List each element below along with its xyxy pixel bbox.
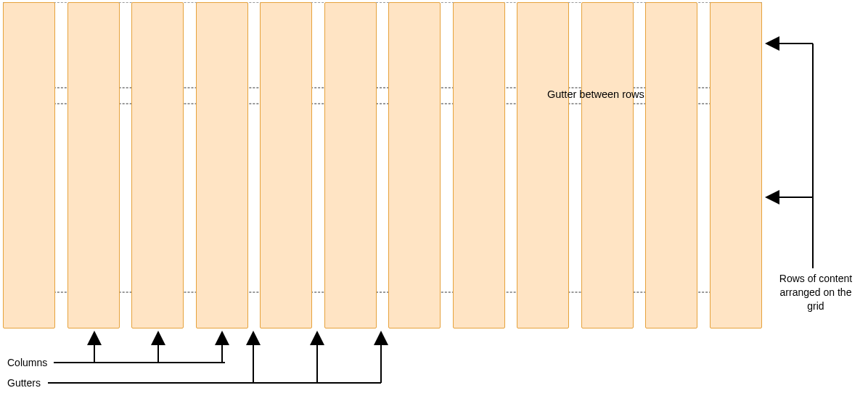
column <box>710 2 762 328</box>
column <box>453 2 505 328</box>
gutter-between-rows-label: Gutter between rows <box>547 88 644 100</box>
column <box>67 2 120 328</box>
rows-of-content-label: Rows of content arranged on the grid <box>769 272 863 313</box>
columns-container <box>3 2 762 328</box>
column <box>196 2 248 328</box>
column <box>324 2 377 328</box>
column <box>645 2 697 328</box>
column <box>581 2 634 328</box>
grid-diagram <box>3 2 762 328</box>
rows-label-line3: grid <box>769 299 863 313</box>
column <box>517 2 569 328</box>
columns-label: Columns <box>7 357 47 368</box>
rows-label-line2: arranged on the <box>769 286 863 299</box>
rows-label-line1: Rows of content <box>769 272 863 286</box>
column <box>3 2 55 328</box>
column <box>260 2 312 328</box>
column <box>388 2 441 328</box>
gutters-label: Gutters <box>7 377 41 389</box>
column <box>131 2 184 328</box>
